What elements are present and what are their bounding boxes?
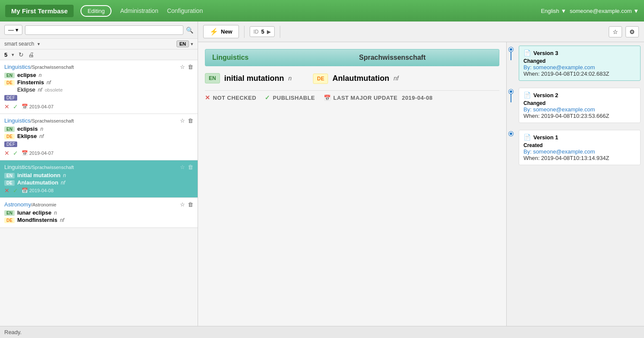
language-selector[interactable]: English ▼	[541, 8, 566, 14]
star-icon[interactable]: ☆	[180, 164, 185, 170]
version-when: When: 2019-04-08T10:23:53.666Z	[523, 113, 636, 119]
trash-icon[interactable]: 🗑	[188, 164, 193, 170]
term-row: DE Finsternis nf	[4, 79, 193, 86]
term-text: initial mutationn	[17, 172, 60, 178]
version-title: 📄 Version 3	[523, 49, 636, 56]
term-row: DE Mondfinsternis nf	[4, 217, 193, 223]
version-when: When: 2019-04-08T10:13:14.934Z	[523, 155, 636, 161]
favorite-button[interactable]: ☆	[609, 26, 622, 37]
id-value: 5	[261, 28, 264, 35]
settings-button[interactable]: ⚙	[625, 26, 639, 37]
version-when: When: 2019-04-08T10:24:02.683Z	[523, 71, 636, 77]
version-title: 📄 Version 1	[523, 134, 636, 141]
toolbar-separator	[244, 26, 245, 38]
de-lang-badge: DE	[313, 74, 328, 84]
version-entry[interactable]: 📄 Version 2 Changed By: someone@example.…	[519, 88, 641, 123]
list-item[interactable]: Linguistics/Sprachwissenschaft ☆ 🗑 EN ec…	[0, 114, 198, 160]
star-icon[interactable]: ☆	[180, 117, 185, 124]
entry-card-header: Linguistics/Sprachwissenschaft ☆ 🗑	[4, 64, 193, 70]
lang-badge-en: EN	[4, 173, 15, 178]
star-icon[interactable]: ☆	[180, 64, 185, 70]
print-button[interactable]: 🖨	[28, 51, 34, 58]
de-term-pos: nf	[393, 75, 399, 82]
timeline-right: 📄 Version 2 Changed By: someone@example.…	[515, 84, 644, 126]
term-pos: n	[39, 72, 42, 78]
lang-badge-de: DE	[4, 218, 15, 223]
language-arrow-icon: ▼	[561, 8, 567, 14]
version-action: Created	[523, 142, 636, 148]
term-text: eclipse	[17, 72, 36, 78]
lightning-icon: ⚡	[210, 28, 218, 36]
entry-meta-row: ✕ ✓ 📅 2019-04-08	[4, 187, 193, 194]
calendar-icon: 📅	[22, 150, 28, 156]
user-arrow-icon: ▼	[633, 8, 639, 14]
version-item: 📄 Version 3 Changed By: someone@example.…	[507, 42, 644, 84]
search-submit-button[interactable]: 🔍	[186, 27, 193, 34]
smart-search-label: smart search	[4, 41, 34, 47]
timeline-right: 📄 Version 1 Created By: someone@example.…	[515, 126, 644, 169]
smart-search-arrow-icon[interactable]: ▾	[37, 41, 40, 47]
sidebar-count-row: 5 ▾ ↻ 🖨	[0, 49, 198, 60]
trash-icon[interactable]: 🗑	[188, 64, 193, 70]
topbar: My First Termbase Editing Administration…	[0, 0, 644, 22]
entry-actions: ☆ 🗑	[180, 201, 193, 208]
term-text: Eklipse	[17, 133, 37, 139]
entry-actions: ☆ 🗑	[180, 64, 193, 70]
dropdown-arrow-icon: ▾	[15, 27, 19, 33]
def-badge: DEF	[4, 95, 17, 101]
publishable-icon: ✓	[13, 150, 18, 157]
dash-icon: —	[8, 27, 14, 33]
entry-header-bar: Linguistics Sprachwissenschaft	[205, 49, 499, 66]
term-pos: nf	[38, 87, 42, 93]
entry-header-category-en: Linguistics	[205, 49, 352, 66]
id-next-arrow-icon[interactable]: ▶	[267, 29, 271, 35]
list-item[interactable]: Astronomy/Astronomie ☆ 🗑 EN lunar eclips…	[0, 198, 198, 228]
count-arrow-icon[interactable]: ▾	[12, 52, 14, 58]
new-button[interactable]: ⚡ New	[203, 25, 239, 38]
nav-configuration[interactable]: Configuration	[167, 7, 203, 14]
search-input[interactable]	[25, 25, 183, 35]
de-term-text: Anlautmutation	[332, 74, 389, 83]
term-row: EN Eklipse nf obsolete	[4, 86, 193, 93]
main-layout: — ▾ 🔍 smart search ▾ EN ▾ 5 ▾ ↻ 🖨	[0, 22, 644, 326]
timeline-dot	[509, 89, 513, 94]
term-pos: nf	[40, 133, 44, 139]
version-action: Changed	[523, 100, 636, 106]
entry-header-category-de: Sprachwissenschaft	[352, 49, 499, 66]
search-type-button[interactable]: — ▾	[4, 25, 22, 35]
sidebar: — ▾ 🔍 smart search ▾ EN ▾ 5 ▾ ↻ 🖨	[0, 22, 198, 326]
user-menu[interactable]: someone@example.com ▼	[570, 8, 639, 14]
not-checked-icon: ✕	[4, 187, 9, 194]
term-row: EN lunar eclipse n	[4, 209, 193, 216]
editing-button[interactable]: Editing	[80, 5, 111, 17]
trash-icon[interactable]: 🗑	[188, 201, 193, 208]
version-entry[interactable]: 📄 Version 3 Changed By: someone@example.…	[519, 46, 641, 81]
language-filter-badge[interactable]: EN	[176, 40, 189, 47]
refresh-button[interactable]: ↻	[19, 51, 24, 58]
term-row: DE Eklipse nf	[4, 133, 193, 139]
nav-administration[interactable]: Administration	[120, 7, 158, 14]
lang-badge-de: DE	[4, 80, 15, 86]
entry-meta-row: ✕ ✓ 📅 2019-04-07	[4, 103, 193, 110]
star-icon[interactable]: ☆	[180, 201, 185, 208]
id-section: ID 5 ▶	[250, 26, 275, 37]
toolbar-separator-2	[280, 26, 280, 38]
en-term-detail-row: EN initial mutationn n DE Anlautmutation…	[205, 73, 499, 83]
content-area: Linguistics Sprachwissenschaft EN initia…	[198, 42, 644, 326]
list-item[interactable]: Linguistics/Sprachwissenschaft ☆ 🗑 EN in…	[0, 160, 198, 198]
list-item[interactable]: Linguistics/Sprachwissenschaft ☆ 🗑 EN ec…	[0, 60, 198, 114]
en-lang-badge: EN	[205, 73, 220, 83]
term-row: EN eclipsis n	[4, 126, 193, 132]
entry-category: Linguistics/Sprachwissenschaft	[4, 117, 74, 124]
trash-icon[interactable]: 🗑	[188, 117, 193, 124]
version-by: By: someone@example.com	[523, 148, 636, 155]
version-item: 📄 Version 1 Created By: someone@example.…	[507, 126, 644, 169]
lang-filter-arrow-icon[interactable]: ▾	[191, 41, 193, 47]
lang-badge-en: EN	[4, 73, 15, 78]
term-text: Anlautmutation	[17, 179, 58, 186]
status-row: ✕ NOT CHECKED ✓ PUBLISHABLE 📅 LAST MAJOR…	[205, 90, 499, 104]
version-by: By: someone@example.com	[523, 64, 636, 71]
lang-badge-en: EN	[4, 210, 15, 216]
document-icon: 📄	[523, 49, 531, 56]
version-entry[interactable]: 📄 Version 1 Created By: someone@example.…	[519, 130, 641, 165]
